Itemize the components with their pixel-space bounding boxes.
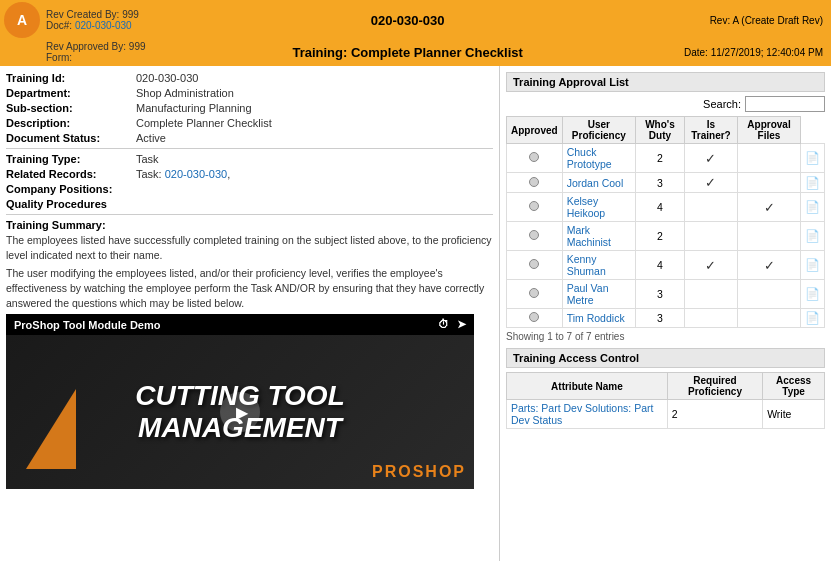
checkmark-icon: ✓ bbox=[705, 258, 716, 273]
approved-radio[interactable] bbox=[529, 177, 539, 187]
video-container[interactable]: ProShop Tool Module Demo ⏱ ➤ Cutting Too… bbox=[6, 314, 474, 489]
proficiency-value: 3 bbox=[635, 280, 684, 309]
left-panel: Training Id: 020-030-030 Department: Sho… bbox=[0, 66, 500, 561]
table-row: Mark Machinist2📄 bbox=[507, 222, 825, 251]
video-icons: ⏱ ➤ bbox=[438, 318, 466, 331]
access-col-type: Access Type bbox=[763, 373, 825, 400]
employee-link[interactable]: Jordan Cool bbox=[567, 177, 624, 189]
checkmark-icon: ✓ bbox=[705, 151, 716, 166]
approved-radio[interactable] bbox=[529, 288, 539, 298]
document-icon: 📄 bbox=[805, 176, 820, 190]
is-trainer-check: ✓ bbox=[738, 193, 801, 222]
triangle-decoration bbox=[26, 389, 76, 469]
approval-files-icon[interactable]: 📄 bbox=[800, 144, 824, 173]
checkmark-icon: ✓ bbox=[764, 258, 775, 273]
table-row: Tim Roddick3📄 bbox=[507, 309, 825, 328]
is-trainer-check: ✓ bbox=[738, 251, 801, 280]
col-approved: Approved bbox=[507, 117, 563, 144]
document-icon: 📄 bbox=[805, 229, 820, 243]
search-input[interactable] bbox=[745, 96, 825, 112]
showing-text: Showing 1 to 7 of 7 entries bbox=[506, 331, 825, 342]
page-title-main: Training: Complete Planner Checklist bbox=[292, 45, 522, 60]
approval-files-icon[interactable]: 📄 bbox=[800, 251, 824, 280]
whos-duty-check: ✓ bbox=[684, 144, 737, 173]
clock-icon: ⏱ bbox=[438, 318, 449, 331]
employee-link[interactable]: Chuck Prototype bbox=[567, 146, 612, 170]
summary-text-2: The user modifying the employees listed,… bbox=[6, 266, 493, 310]
whos-duty-check: ✓ bbox=[684, 251, 737, 280]
approved-radio[interactable] bbox=[529, 312, 539, 322]
access-attribute-link[interactable]: Parts: Part Dev Solutions: Part Dev Stat… bbox=[511, 402, 653, 426]
col-whos-duty: Who's Duty bbox=[635, 117, 684, 144]
approval-table: Approved User Proficiency Who's Duty Is … bbox=[506, 116, 825, 328]
approval-list-header: Training Approval List bbox=[506, 72, 825, 92]
related-records-value: Task: 020-030-030, bbox=[136, 168, 493, 180]
approval-files-icon[interactable]: 📄 bbox=[800, 173, 824, 193]
access-control-header: Training Access Control bbox=[506, 348, 825, 368]
description-value: Complete Planner Checklist bbox=[136, 117, 493, 129]
company-positions-value bbox=[136, 183, 493, 195]
video-title: ProShop Tool Module Demo bbox=[14, 319, 160, 331]
training-summary-title: Training Summary: bbox=[6, 219, 493, 231]
date-label: Date: 11/27/2019; 12:40:04 PM bbox=[684, 47, 823, 58]
col-is-trainer: Is Trainer? bbox=[684, 117, 737, 144]
document-icon: 📄 bbox=[805, 200, 820, 214]
approval-files-icon[interactable]: 📄 bbox=[800, 309, 824, 328]
page-title-center: 020-030-030 bbox=[371, 13, 445, 28]
approved-radio[interactable] bbox=[529, 201, 539, 211]
is-trainer-check bbox=[738, 309, 801, 328]
document-icon: 📄 bbox=[805, 287, 820, 301]
subsection-label: Sub-section: bbox=[6, 102, 136, 114]
employee-link[interactable]: Mark Machinist bbox=[567, 224, 611, 248]
whos-duty-check bbox=[684, 280, 737, 309]
employee-link[interactable]: Kelsey Heikoop bbox=[567, 195, 606, 219]
doc-number-label: Doc#: 020-030-030 bbox=[46, 20, 200, 31]
approval-files-icon[interactable]: 📄 bbox=[800, 280, 824, 309]
table-row: Kelsey Heikoop4✓📄 bbox=[507, 193, 825, 222]
whos-duty-check bbox=[684, 222, 737, 251]
approval-files-icon[interactable]: 📄 bbox=[800, 193, 824, 222]
search-label: Search: bbox=[703, 98, 741, 110]
document-icon: 📄 bbox=[805, 151, 820, 165]
share-icon: ➤ bbox=[457, 318, 466, 331]
document-icon: 📄 bbox=[805, 258, 820, 272]
page-header: A Rev Created By: 999 Doc#: 020-030-030 … bbox=[0, 0, 831, 66]
table-row: Kenny Shuman4✓✓📄 bbox=[507, 251, 825, 280]
employee-link[interactable]: Kenny Shuman bbox=[567, 253, 606, 277]
rev-created-label: Rev Created By: 999 bbox=[46, 9, 200, 20]
approved-radio[interactable] bbox=[529, 259, 539, 269]
form-label: Form: bbox=[46, 52, 200, 63]
related-records-link[interactable]: 020-030-030 bbox=[165, 168, 227, 180]
access-col-attribute: Attribute Name bbox=[507, 373, 668, 400]
access-col-proficiency: Required Proficiency bbox=[667, 373, 762, 400]
right-panel: Training Approval List Search: Approved … bbox=[500, 66, 831, 561]
checkmark-icon: ✓ bbox=[764, 200, 775, 215]
doc-status-value: Active bbox=[136, 132, 493, 144]
approval-files-icon[interactable]: 📄 bbox=[800, 222, 824, 251]
proficiency-value: 4 bbox=[635, 193, 684, 222]
required-proficiency-value: 2 bbox=[667, 400, 762, 429]
proficiency-value: 3 bbox=[635, 173, 684, 193]
department-value: Shop Administration bbox=[136, 87, 493, 99]
description-label: Description: bbox=[6, 117, 136, 129]
approved-radio[interactable] bbox=[529, 152, 539, 162]
training-type-value: Task bbox=[136, 153, 493, 165]
is-trainer-check bbox=[738, 280, 801, 309]
whos-duty-check: ✓ bbox=[684, 173, 737, 193]
table-row: Paul Van Metre3📄 bbox=[507, 280, 825, 309]
logo: A bbox=[4, 2, 40, 38]
rev-status: Rev: A (Create Draft Rev) bbox=[710, 15, 823, 26]
proficiency-value: 2 bbox=[635, 222, 684, 251]
summary-text-1: The employees listed have successfully c… bbox=[6, 233, 493, 262]
document-icon: 📄 bbox=[805, 311, 820, 325]
company-positions-label: Company Positions: bbox=[6, 183, 136, 195]
doc-status-label: Document Status: bbox=[6, 132, 136, 144]
proficiency-value: 4 bbox=[635, 251, 684, 280]
employee-link[interactable]: Tim Roddick bbox=[567, 312, 625, 324]
approved-radio[interactable] bbox=[529, 230, 539, 240]
table-row: Chuck Prototype2✓📄 bbox=[507, 144, 825, 173]
col-user-proficiency: User Proficiency bbox=[562, 117, 635, 144]
col-approval-files: Approval Files bbox=[738, 117, 801, 144]
employee-link[interactable]: Paul Van Metre bbox=[567, 282, 609, 306]
proshop-logo: PROSHOP bbox=[372, 463, 466, 481]
